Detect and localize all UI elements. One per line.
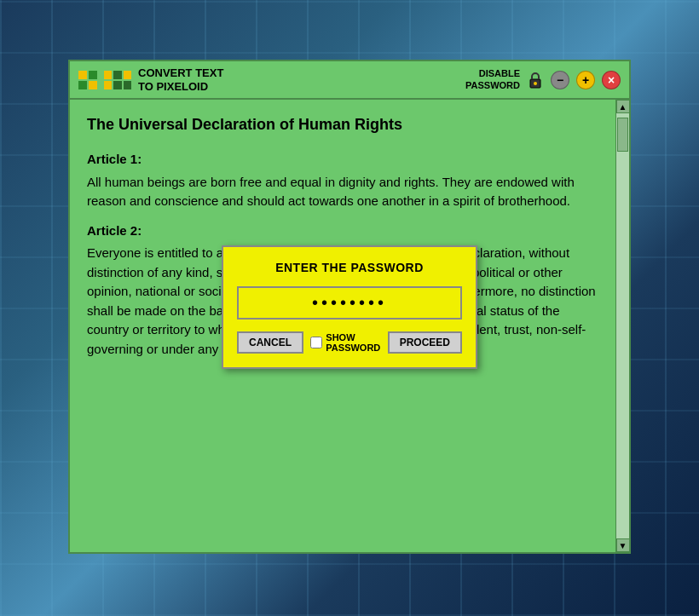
dialog-title: ENTER THE PASSWORD <box>237 261 462 274</box>
password-dialog: ENTER THE PASSWORD CANCEL SHOWPASSWORD P… <box>222 245 477 369</box>
app-window: CONVERT TEXT TO PIXELOID DISABLE PASSWOR… <box>68 60 631 554</box>
show-password-label[interactable]: SHOWPASSWORD <box>326 332 380 353</box>
proceed-button[interactable]: PROCEED <box>388 331 462 354</box>
show-password-area: SHOWPASSWORD <box>310 332 380 353</box>
show-password-checkbox[interactable] <box>310 337 322 348</box>
dialog-overlay: ENTER THE PASSWORD CANCEL SHOWPASSWORD P… <box>70 61 629 552</box>
password-input[interactable] <box>237 286 462 320</box>
cancel-button[interactable]: CANCEL <box>237 331 303 354</box>
dialog-footer: CANCEL SHOWPASSWORD PROCEED <box>237 331 462 354</box>
